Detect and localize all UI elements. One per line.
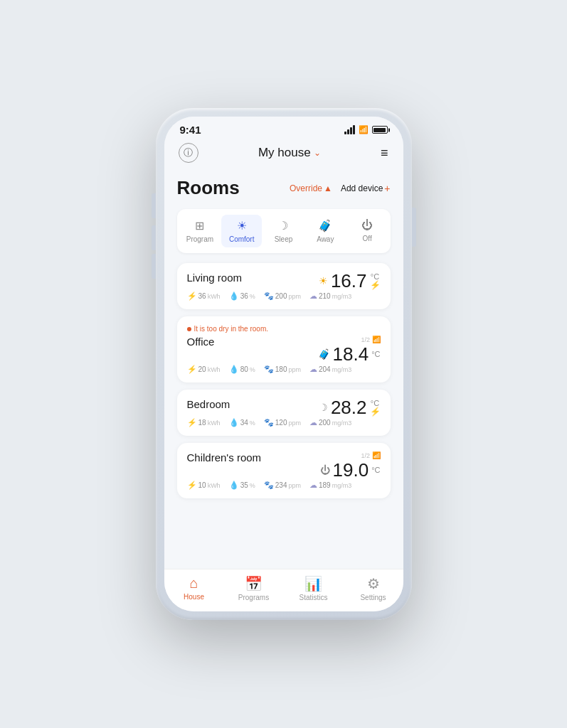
stat-icon-energy: ⚡ xyxy=(187,481,197,490)
tab-sleep[interactable]: ☽ Sleep xyxy=(263,215,304,247)
page-title: Rooms xyxy=(177,177,240,199)
stat-item: ☁ 210 mg/m3 xyxy=(309,291,351,301)
mode-icon: 🧳 xyxy=(318,348,330,360)
room-card-top-row: Living room ☀ 16.7 °C⚡ xyxy=(187,272,381,290)
stat-item: ⚡ 36 kWh xyxy=(187,291,221,301)
nav-item-statistics[interactable]: 📊 Statistics xyxy=(284,575,344,601)
stat-item: ☁ 204 mg/m3 xyxy=(309,365,351,374)
override-arrow-icon: ▲ xyxy=(324,183,332,193)
stat-icon-water: 💧 xyxy=(229,418,239,427)
warning-text: It is too dry in the room. xyxy=(187,325,381,333)
wifi-icon: 📶 xyxy=(359,125,369,134)
stat-value: 210 xyxy=(319,292,331,300)
stat-icon-pm: ☁ xyxy=(309,291,317,301)
mode-icon: ☽ xyxy=(319,402,328,413)
stat-value: 20 xyxy=(198,365,206,373)
room-card-office[interactable]: It is too dry in the room. Office 1/2 📶 … xyxy=(177,316,391,382)
info-button[interactable]: ⓘ xyxy=(179,143,198,163)
stat-icon-co2: 🐾 xyxy=(264,481,274,490)
sleep-icon: ☽ xyxy=(278,219,288,232)
stat-value: 34 xyxy=(240,419,248,427)
room-card-bedroom[interactable]: Bedroom ☽ 28.2 °C⚡ ⚡ 18 kWh 💧 34 % 🐾 120… xyxy=(177,390,391,436)
stat-value: 234 xyxy=(275,481,287,489)
main-content: Rooms Override ▲ Add device + ⊞ Progr xyxy=(164,170,403,569)
house-title[interactable]: My house ⌄ xyxy=(258,146,321,160)
stat-value: 120 xyxy=(275,419,287,427)
stat-value: 180 xyxy=(275,365,287,373)
stat-unit: kWh xyxy=(208,293,221,300)
stat-value: 80 xyxy=(240,365,248,373)
house-name: My house xyxy=(258,146,311,160)
mode-icon: ☀ xyxy=(319,275,328,287)
stat-value: 200 xyxy=(319,419,331,427)
comfort-label: Comfort xyxy=(229,235,255,243)
stat-icon-pm: ☁ xyxy=(309,481,317,490)
battery-icon xyxy=(372,126,388,134)
away-label: Away xyxy=(317,235,334,243)
stat-icon-co2: 🐾 xyxy=(264,365,274,374)
mode-icon: ⏻ xyxy=(320,464,330,476)
stat-value: 200 xyxy=(275,292,287,300)
room-stats: ⚡ 20 kWh 💧 80 % 🐾 180 ppm ☁ 204 mg/m3 xyxy=(187,365,381,374)
stat-icon-energy: ⚡ xyxy=(187,291,197,301)
sleep-label: Sleep xyxy=(275,235,293,243)
stat-value: 35 xyxy=(240,481,248,489)
stat-icon-water: 💧 xyxy=(229,481,239,490)
menu-button[interactable]: ≡ xyxy=(381,146,389,161)
room-temperature: 19.0 xyxy=(333,461,369,479)
status-bar: 9:41 📶 xyxy=(164,117,403,139)
program-label: Program xyxy=(186,235,213,243)
stat-item: 🐾 120 ppm xyxy=(264,418,301,427)
lightning-icon: ⚡ xyxy=(370,281,381,289)
stat-icon-energy: ⚡ xyxy=(187,418,197,427)
add-device-button[interactable]: Add device + xyxy=(341,183,391,194)
lightning-icon: ⚡ xyxy=(370,407,381,416)
nav-item-programs[interactable]: 📅 Programs xyxy=(224,575,284,601)
stat-unit: ppm xyxy=(288,419,301,427)
program-icon: ⊞ xyxy=(195,219,204,232)
stat-item: 💧 80 % xyxy=(229,365,255,374)
tab-away[interactable]: 🧳 Away xyxy=(305,215,346,247)
temp-display: 🧳 18.4 °C xyxy=(318,345,381,363)
override-button[interactable]: Override ▲ xyxy=(290,183,332,193)
temp-display: ⏻ 19.0 °C xyxy=(320,461,381,479)
stat-item: 🐾 180 ppm xyxy=(264,365,301,374)
nav-item-settings[interactable]: ⚙ Settings xyxy=(344,575,403,601)
stat-item: 💧 36 % xyxy=(229,291,255,301)
off-icon: ⏻ xyxy=(361,219,373,232)
statistics-nav-icon: 📊 xyxy=(304,575,322,592)
stat-unit: mg/m3 xyxy=(332,419,352,427)
room-temperature: 16.7 xyxy=(331,272,367,290)
tab-program[interactable]: ⊞ Program xyxy=(180,215,221,247)
tab-comfort[interactable]: ☀ Comfort xyxy=(221,215,262,247)
comfort-icon: ☀ xyxy=(237,219,247,232)
stat-icon-pm: ☁ xyxy=(309,418,317,427)
room-card-children's-room[interactable]: Children's room 1/2 📶 ⏻ 19.0 °C ⚡ 10 kWh… xyxy=(177,443,391,498)
stat-unit: ppm xyxy=(288,366,301,373)
room-temperature: 28.2 xyxy=(331,398,367,417)
temp-unit: °C xyxy=(371,466,380,474)
stat-unit: mg/m3 xyxy=(332,366,352,373)
room-stats: ⚡ 10 kWh 💧 35 % 🐾 234 ppm ☁ 189 mg/m3 xyxy=(187,481,381,490)
wifi-fraction: 1/2 📶 xyxy=(361,336,380,343)
stat-value: 18 xyxy=(198,419,206,427)
tab-off[interactable]: ⏻ Off xyxy=(347,215,388,247)
room-card-top-row: Children's room 1/2 📶 ⏻ 19.0 °C xyxy=(187,451,381,479)
stat-unit: mg/m3 xyxy=(332,293,352,300)
stat-item: 💧 34 % xyxy=(229,418,255,427)
stat-unit: % xyxy=(250,366,255,373)
statistics-nav-label: Statistics xyxy=(299,594,327,601)
warning-dot-icon xyxy=(187,327,191,331)
stat-item: ☁ 189 mg/m3 xyxy=(309,481,351,490)
stat-icon-water: 💧 xyxy=(229,365,239,374)
temp-display: ☽ 28.2 °C⚡ xyxy=(319,398,381,417)
page-actions: Override ▲ Add device + xyxy=(290,183,390,194)
stat-unit: kWh xyxy=(208,366,221,373)
stat-value: 204 xyxy=(319,365,331,373)
room-stats: ⚡ 36 kWh 💧 36 % 🐾 200 ppm ☁ 210 mg/m3 xyxy=(187,291,381,301)
room-card-living-room[interactable]: Living room ☀ 16.7 °C⚡ ⚡ 36 kWh 💧 36 % 🐾… xyxy=(177,263,391,309)
stat-value: 36 xyxy=(198,292,206,300)
settings-nav-icon: ⚙ xyxy=(367,575,380,592)
nav-item-house[interactable]: ⌂ House xyxy=(164,575,224,601)
stat-icon-water: 💧 xyxy=(229,291,239,301)
